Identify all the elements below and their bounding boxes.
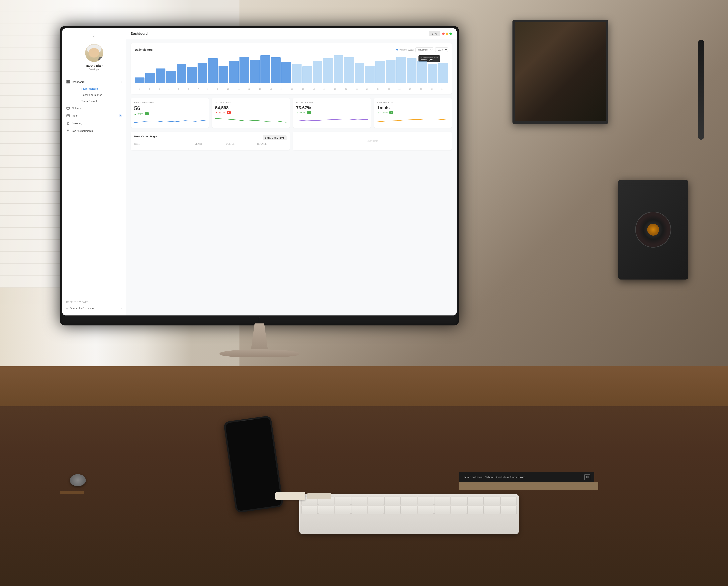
lab-icon: [66, 129, 70, 133]
sidebar-item-calendar-label: Calendar: [72, 107, 82, 110]
bar-21: [344, 57, 354, 83]
book-brown: [459, 482, 598, 490]
key[interactable]: [451, 496, 467, 505]
up-arrow-icon: ▲: [134, 112, 136, 115]
sidebar-item-calendar[interactable]: Calendar: [62, 104, 126, 112]
imac-screen: ⌂ ⚙ Martha Blair Developer: [62, 28, 457, 315]
key[interactable]: [501, 506, 517, 514]
recently-viewed-section: RECENTLY VIEWED ⊞ Overall Performance ›: [62, 299, 126, 311]
chart-controls: Visitors 7,212 November 2018: [396, 47, 448, 52]
minimize-button[interactable]: [446, 32, 448, 35]
sparkline-session: [377, 116, 449, 123]
x-label-15: 15: [281, 88, 283, 90]
x-axis: 1234567891011121314151617181920212223242…: [135, 88, 448, 90]
close-button[interactable]: [442, 32, 445, 35]
bar-25: [386, 60, 395, 83]
blind-strip: [0, 0, 239, 12]
key[interactable]: [418, 506, 434, 514]
stat-change-session-text: +19.6%: [380, 111, 388, 114]
recent-item-overall-performance[interactable]: ⊞ Overall Performance ›: [62, 305, 126, 311]
bar-28: [417, 61, 427, 83]
bar-17: [302, 66, 312, 83]
key[interactable]: [484, 496, 500, 505]
key[interactable]: [385, 506, 400, 514]
key[interactable]: [468, 506, 483, 514]
key[interactable]: [435, 506, 450, 514]
language-button[interactable]: ENG: [429, 31, 440, 36]
navigation: Dashboard › Page Visitors Post Performan…: [62, 75, 126, 299]
key[interactable]: [401, 506, 417, 514]
key[interactable]: [451, 506, 467, 514]
home-icon-area[interactable]: ⌂: [62, 32, 126, 42]
x-label-3: 3: [159, 88, 160, 90]
stat-value-session: 1m 4s: [377, 105, 449, 110]
sidebar-item-post-performance[interactable]: Post Performance: [72, 92, 126, 98]
bar-5: [177, 64, 186, 83]
bar-6: [187, 67, 197, 83]
sidebar-item-team-overall-label: Team Overall: [81, 100, 97, 103]
key[interactable]: [468, 496, 483, 505]
key[interactable]: [318, 506, 334, 514]
stat-card-total-visits: TOTAL VISITS 54,598 ▼ -11.9% ▼: [212, 98, 290, 128]
bar-8: [208, 58, 218, 83]
avatar-settings-icon[interactable]: ⚙: [98, 57, 103, 61]
nav-badge: 3: [119, 114, 122, 117]
top-bar-actions: ENG: [429, 31, 452, 36]
legend-visitors-value: 7,212: [408, 49, 414, 51]
social-media-traffic-button[interactable]: Social Media Traffic: [263, 135, 287, 140]
maximize-button[interactable]: [449, 32, 452, 35]
svg-rect-9: [67, 122, 69, 125]
sidebar-item-dashboard[interactable]: Dashboard ›: [62, 78, 126, 86]
x-label-7: 7: [198, 88, 199, 90]
sidebar-item-inbox-label: Inbox: [72, 114, 78, 117]
home-icon[interactable]: ⌂: [93, 34, 95, 38]
key[interactable]: [501, 496, 517, 505]
stat-label-bounce: BOUNCE RATE: [296, 101, 368, 104]
key[interactable]: [352, 496, 367, 505]
key[interactable]: [368, 506, 384, 514]
sidebar-item-lab[interactable]: Lab / Experimental: [62, 127, 126, 134]
bar-22: [355, 63, 364, 83]
key[interactable]: [302, 506, 317, 514]
key[interactable]: [385, 496, 400, 505]
key[interactable]: [335, 496, 350, 505]
key[interactable]: [368, 496, 384, 505]
bar-23: [365, 66, 374, 83]
second-chart-placeholder: Chart Data: [296, 135, 449, 147]
chart-second-card: Chart Data: [293, 132, 452, 150]
bar-26: [396, 57, 406, 83]
bar-27: [407, 58, 416, 83]
x-label-19: 19: [323, 88, 326, 90]
sidebar-item-inbox[interactable]: Inbox 3: [62, 112, 126, 120]
sidebar-item-page-visitors[interactable]: Page Visitors: [72, 86, 126, 92]
key[interactable]: [335, 506, 350, 514]
imac-bezel: ⌂ ⚙ Martha Blair Developer: [62, 28, 457, 315]
chart-title: Daily Visitors: [135, 48, 153, 51]
key[interactable]: [418, 496, 434, 505]
sidebar-item-team-overall[interactable]: Team Overall: [72, 98, 126, 104]
legend-item: Visitors 7,212: [396, 49, 414, 51]
x-label-29: 29: [431, 88, 433, 90]
x-label-12: 12: [248, 88, 250, 90]
key[interactable]: [484, 506, 500, 514]
x-label-23: 23: [366, 88, 368, 90]
key[interactable]: [435, 496, 450, 505]
sidebar-item-invoicing[interactable]: Invoicing: [62, 120, 126, 127]
month-selector[interactable]: November: [415, 47, 433, 52]
year-selector[interactable]: 2018: [435, 47, 448, 52]
book-icon: [584, 474, 590, 480]
x-label-5: 5: [178, 88, 179, 90]
bar-chart-container: 07 NOVEMBER 2018 Visitors: 7,212 1234567…: [135, 55, 448, 90]
imac-screen-outer:  ⌂: [60, 26, 459, 326]
key[interactable]: [401, 496, 417, 505]
top-bar: Dashboard ENG: [126, 28, 457, 39]
x-label-20: 20: [334, 88, 336, 90]
sparkline-total: [215, 116, 287, 123]
window-controls: [442, 32, 452, 35]
bar-12: [250, 60, 259, 83]
desk-decoration-base: [60, 491, 84, 494]
keyboard[interactable]: [300, 494, 519, 534]
sidebar-item-invoicing-label: Invoicing: [72, 122, 82, 125]
calendar-icon: [66, 106, 70, 110]
key[interactable]: [352, 506, 367, 514]
